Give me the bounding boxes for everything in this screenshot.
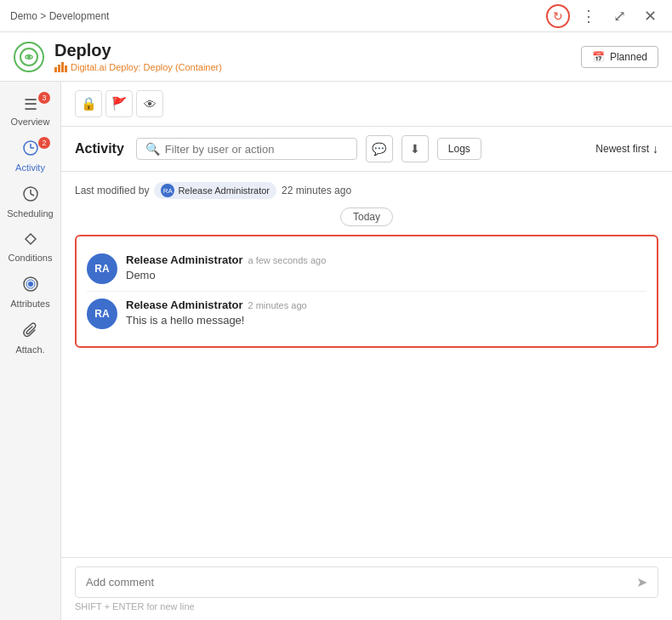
sidebar-item-conditions[interactable]: Conditions [0, 225, 60, 270]
expand-button[interactable]: ⤢ [607, 4, 631, 28]
entry-body: Release Administrator a few seconds ago … [126, 253, 646, 284]
today-label: Today [340, 208, 393, 226]
entry-body: Release Administrator 2 minutes ago This… [126, 299, 646, 329]
today-badge: Today [75, 208, 658, 226]
sidebar-label-attributes: Attributes [10, 299, 49, 309]
main-layout: ☰ Overview 3 Activity 2 [0, 82, 672, 620]
comment-input[interactable] [86, 576, 629, 589]
calendar-icon: 📅 [592, 51, 605, 63]
attach-icon [23, 322, 38, 342]
refresh-button[interactable]: ↻ [546, 4, 570, 28]
close-button[interactable]: ✕ [638, 4, 662, 28]
activity-title: Activity [75, 141, 124, 156]
entry-time: 2 minutes ago [248, 300, 307, 310]
content-area: 🔒 🚩 👁 Activity 🔍 💬 ⬇ Logs [61, 82, 672, 620]
attributes-icon [23, 276, 38, 296]
sidebar-item-activity[interactable]: Activity 2 [0, 134, 60, 179]
download-button[interactable]: ⬇ [401, 135, 429, 162]
last-modified-row: Last modified by RA Release Administrato… [75, 182, 658, 199]
header-left: Deploy Digital.ai Deploy: Deploy (Contai… [14, 41, 222, 72]
more-button[interactable]: ⋮ [577, 4, 601, 28]
entry-header: Release Administrator a few seconds ago [126, 253, 646, 266]
logs-button[interactable]: Logs [437, 138, 481, 160]
entry-time: a few seconds ago [248, 255, 327, 265]
activity-header: Activity 🔍 💬 ⬇ Logs Newest first ↓ [61, 127, 672, 172]
sort-area: Newest first ↓ [595, 142, 658, 156]
activity-feed: Last modified by RA Release Administrato… [61, 172, 672, 557]
top-bar-actions: ↻ ⋮ ⤢ ✕ [546, 4, 662, 28]
entry-user: Release Administrator [126, 299, 243, 311]
bars-icon [54, 62, 67, 72]
conditions-icon [24, 232, 37, 250]
app-title: Deploy [54, 41, 222, 60]
comment-input-row: ➤ [75, 566, 658, 598]
svg-point-10 [28, 282, 33, 287]
sidebar-item-attach[interactable]: Attach. [0, 316, 60, 361]
eye-tab[interactable]: 👁 [136, 90, 163, 117]
entry-user: Release Administrator [126, 253, 243, 266]
sidebar-label-activity: Activity [15, 162, 45, 173]
sidebar-item-attributes[interactable]: Attributes [0, 270, 60, 316]
activity-badge: 2 [38, 137, 50, 149]
eye-icon: 👁 [144, 97, 157, 111]
app-logo [14, 42, 44, 72]
flag-icon: 🚩 [111, 96, 128, 111]
last-modified-time: 22 minutes ago [282, 185, 351, 196]
overview-badge: 3 [38, 92, 50, 104]
expand-icon: ⤢ [613, 7, 626, 26]
last-modified-label: Last modified by [75, 185, 149, 196]
planned-button[interactable]: 📅 Planned [581, 46, 658, 68]
breadcrumb: Demo > Development [10, 10, 109, 22]
last-modified-avatar: RA [161, 184, 174, 197]
sidebar-label-attach: Attach. [15, 344, 44, 355]
last-modified-user-chip: RA Release Administrator [154, 182, 276, 199]
lock-tab[interactable]: 🔒 [75, 90, 102, 117]
svg-marker-8 [26, 234, 36, 244]
comment-icon: 💬 [372, 142, 386, 156]
search-input[interactable] [165, 143, 348, 156]
sidebar: ☰ Overview 3 Activity 2 [0, 82, 61, 620]
sort-label: Newest first [595, 143, 649, 155]
close-icon: ✕ [644, 7, 657, 26]
app-subtitle: Digital.ai Deploy: Deploy (Container) [54, 62, 222, 72]
search-icon: 🔍 [145, 142, 160, 156]
comment-hint: SHIFT + ENTER for new line [75, 601, 658, 611]
activity-icon [23, 140, 38, 160]
table-row: RA Release Administrator a few seconds a… [87, 247, 646, 291]
comment-action-button[interactable]: 💬 [366, 135, 393, 162]
download-icon: ⬇ [410, 142, 420, 156]
activity-entries-box: RA Release Administrator a few seconds a… [75, 235, 658, 348]
send-button[interactable]: ➤ [636, 574, 647, 590]
avatar: RA [87, 299, 117, 329]
sidebar-label-conditions: Conditions [9, 253, 53, 263]
header: Deploy Digital.ai Deploy: Deploy (Contai… [0, 32, 672, 82]
sidebar-item-scheduling[interactable]: Scheduling [0, 179, 60, 225]
more-icon: ⋮ [581, 7, 596, 26]
refresh-icon: ↻ [553, 9, 563, 23]
entry-message: Demo [126, 269, 646, 282]
lock-icon: 🔒 [81, 96, 97, 111]
overview-icon: ☰ [24, 95, 37, 114]
svg-point-1 [27, 55, 31, 59]
scheduling-icon [23, 186, 38, 206]
sidebar-label-overview: Overview [11, 117, 50, 127]
icon-tabs: 🔒 🚩 👁 [61, 82, 672, 127]
flag-tab[interactable]: 🚩 [105, 90, 133, 117]
top-bar: Demo > Development ↻ ⋮ ⤢ ✕ [0, 0, 672, 32]
avatar: RA [87, 253, 117, 284]
app-title-block: Deploy Digital.ai Deploy: Deploy (Contai… [54, 41, 222, 72]
search-box: 🔍 [136, 138, 357, 160]
sidebar-item-overview[interactable]: ☰ Overview 3 [0, 88, 60, 134]
table-row: RA Release Administrator 2 minutes ago T… [87, 291, 646, 336]
entry-message: This is a hello message! [126, 314, 646, 327]
sidebar-label-scheduling: Scheduling [7, 208, 53, 219]
entry-header: Release Administrator 2 minutes ago [126, 299, 646, 311]
sort-arrow-icon[interactable]: ↓ [652, 142, 658, 156]
svg-line-7 [31, 194, 34, 196]
comment-area: ➤ SHIFT + ENTER for new line [61, 557, 672, 620]
